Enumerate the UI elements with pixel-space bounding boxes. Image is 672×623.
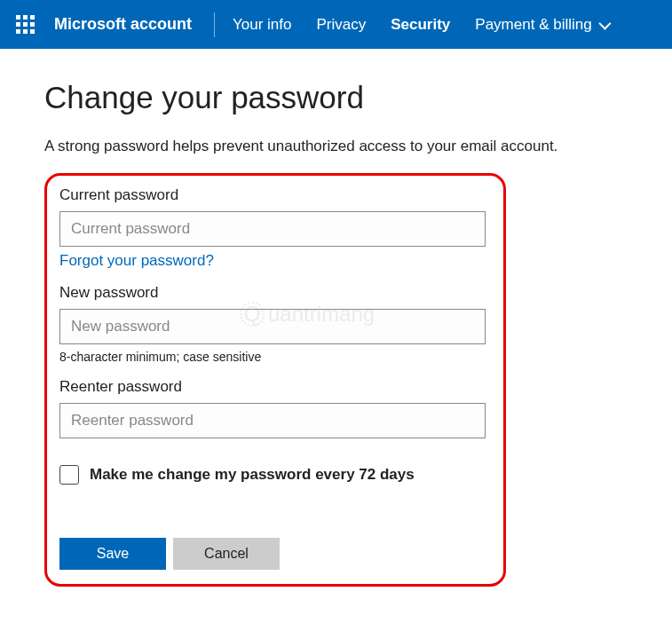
page-title: Change your password xyxy=(44,80,628,115)
nav-payment-billing[interactable]: Payment & billing xyxy=(475,16,607,34)
nav-payment-billing-label: Payment & billing xyxy=(475,16,591,34)
page-subtitle: A strong password helps prevent unauthor… xyxy=(44,138,628,155)
chevron-down-icon xyxy=(598,17,611,29)
current-password-label: Current password xyxy=(59,186,491,204)
reenter-password-label: Reenter password xyxy=(59,378,491,396)
force-change-row: Make me change my password every 72 days xyxy=(59,465,491,485)
reenter-password-group: Reenter password xyxy=(59,378,491,438)
nav-privacy[interactable]: Privacy xyxy=(317,16,367,34)
nav-your-info[interactable]: Your info xyxy=(233,16,291,34)
header-bar: Microsoft account Your info Privacy Secu… xyxy=(0,0,672,49)
forgot-password-link[interactable]: Forgot your password? xyxy=(59,252,214,270)
new-password-label: New password xyxy=(59,284,491,302)
cancel-button[interactable]: Cancel xyxy=(173,538,280,570)
reenter-password-input[interactable] xyxy=(59,403,486,438)
app-launcher-icon[interactable] xyxy=(16,15,35,34)
current-password-group: Current password Forgot your password? xyxy=(59,186,491,270)
force-change-checkbox[interactable] xyxy=(59,465,79,485)
brand-title[interactable]: Microsoft account xyxy=(54,15,192,34)
password-hint: 8-character minimum; case sensitive xyxy=(59,350,491,364)
current-password-input[interactable] xyxy=(59,211,486,247)
content-area: Change your password A strong password h… xyxy=(0,49,672,618)
nav-security[interactable]: Security xyxy=(391,16,450,34)
new-password-input[interactable] xyxy=(59,309,486,344)
button-row: Save Cancel xyxy=(59,538,491,570)
force-change-label: Make me change my password every 72 days xyxy=(90,466,415,484)
save-button[interactable]: Save xyxy=(59,538,166,570)
header-nav: Your info Privacy Security Payment & bil… xyxy=(233,16,608,34)
header-divider xyxy=(214,12,215,37)
password-form-highlight: Current password Forgot your password? N… xyxy=(44,173,506,587)
new-password-group: New password 8-character minimum; case s… xyxy=(59,284,491,364)
